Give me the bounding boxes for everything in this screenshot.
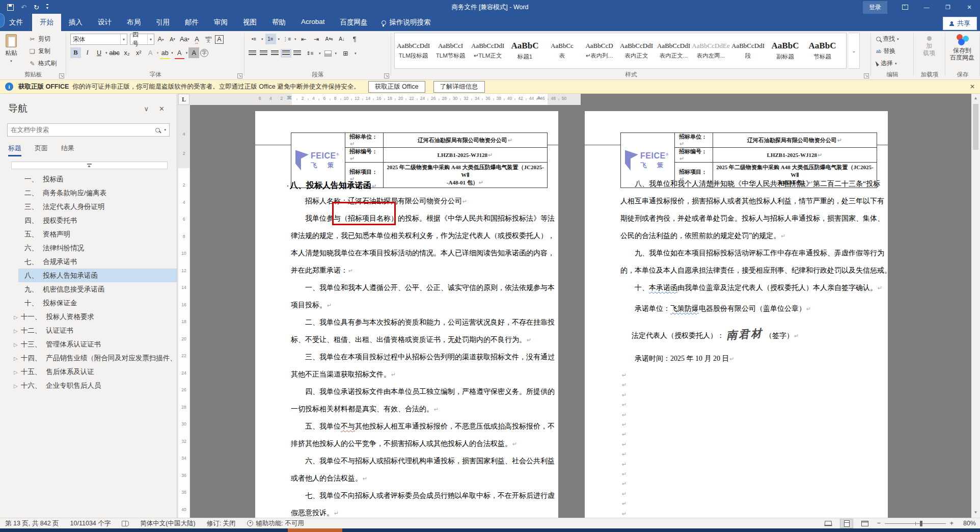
text-effects-button[interactable]: A: [145, 47, 156, 58]
tell-me-search[interactable]: 操作说明搜索: [375, 14, 437, 31]
nav-heading-item[interactable]: 二、商务条款响应/偏离表: [0, 186, 177, 200]
ribbon-display-options-button[interactable]: [894, 0, 916, 14]
nav-heading-item[interactable]: 九、机密信息接受承诺函: [0, 282, 177, 296]
tab-邮件[interactable]: 邮件: [177, 14, 206, 31]
styles-dialog-launcher[interactable]: ↘: [864, 73, 869, 78]
tab-插入[interactable]: 插入: [61, 14, 90, 31]
style-item[interactable]: AaBbCcITLM节标题: [432, 33, 469, 68]
expand-icon[interactable]: ▷: [14, 356, 18, 361]
style-item[interactable]: AaBbCcDdI表内正文...: [655, 33, 692, 68]
page-indicator[interactable]: 第 13 页, 共 842 页: [5, 519, 59, 528]
nav-tab-结果[interactable]: 结果: [61, 144, 74, 156]
font-color-button[interactable]: A: [174, 47, 185, 58]
tab-百度网盘[interactable]: 百度网盘: [333, 14, 375, 31]
hanging-indent-marker[interactable]: [287, 96, 292, 99]
search-icon[interactable]: [155, 128, 160, 132]
print-layout-button[interactable]: [840, 519, 853, 528]
zoom-thumb[interactable]: [920, 521, 922, 526]
search-input[interactable]: [11, 126, 151, 134]
cut-button[interactable]: ✂剪切: [26, 34, 59, 44]
font-name-combo[interactable]: 宋体▾: [70, 34, 127, 45]
nav-heading-item[interactable]: 五、资格声明: [0, 227, 177, 241]
styles-more-button[interactable]: ⌄: [849, 33, 860, 69]
tab-设计[interactable]: 设计: [90, 14, 119, 31]
paste-button[interactable]: 粘贴▾: [5, 34, 17, 63]
tab-file[interactable]: 文件: [0, 14, 32, 31]
underline-caret[interactable]: ▾: [105, 51, 107, 55]
nav-jump-bar[interactable]: [11, 162, 168, 169]
save-icon[interactable]: [7, 4, 14, 11]
grow-font-button[interactable]: A▴: [155, 34, 166, 45]
nav-heading-item[interactable]: ▷十五、售后体系及认证: [0, 365, 177, 379]
nav-heading-item[interactable]: ▷十二、认证证书: [0, 324, 177, 337]
nav-heading-item[interactable]: ▷十四、产品销售业绩（附合同及对应发票扫描件、...: [0, 351, 177, 365]
nav-heading-item[interactable]: 三、法定代表人身份证明: [0, 200, 177, 214]
nav-close-icon[interactable]: ✕: [154, 105, 170, 113]
tab-引用[interactable]: 引用: [148, 14, 177, 31]
paragraph-dialog-launcher[interactable]: ↘: [384, 73, 389, 78]
font-dialog-launcher[interactable]: ↘: [237, 73, 242, 78]
search-options-caret[interactable]: ▾: [164, 128, 166, 132]
expand-icon[interactable]: ▷: [14, 369, 18, 375]
zoom-percentage[interactable]: 80%: [959, 520, 976, 527]
minimize-button[interactable]: —: [916, 0, 937, 14]
accessibility-status[interactable]: 辅助功能: 不可用: [256, 519, 304, 528]
expand-icon[interactable]: ▷: [14, 328, 18, 334]
nav-heading-item[interactable]: 八、投标人告知承诺函: [18, 269, 177, 282]
track-changes-indicator[interactable]: 修订: 关闭: [207, 519, 236, 528]
clear-formatting-button[interactable]: A: [192, 34, 202, 45]
replace-button[interactable]: ab替换: [874, 46, 901, 57]
tab-stop-selector[interactable]: L: [178, 94, 189, 105]
language-indicator[interactable]: 简体中文(中国大陆): [140, 519, 195, 528]
show-hide-marks-button[interactable]: ¶: [349, 34, 360, 44]
style-item[interactable]: AaBbC标题1: [506, 33, 543, 68]
warning-close-icon[interactable]: ✕: [970, 83, 975, 90]
tab-视图[interactable]: 视图: [235, 14, 264, 31]
tab-帮助[interactable]: 帮助: [264, 14, 293, 31]
superscript-button[interactable]: x²: [133, 47, 144, 58]
nav-heading-item[interactable]: 十、投标保证金: [0, 296, 177, 310]
nav-collapse-icon[interactable]: ∨: [139, 105, 154, 113]
scroll-down-icon[interactable]: ▼: [974, 508, 978, 517]
share-button[interactable]: 共享: [943, 17, 977, 30]
scrollbar-thumb[interactable]: [973, 104, 978, 150]
strikethrough-button[interactable]: abc: [108, 47, 121, 58]
document-page-1[interactable]: FEICE® 飞 策 招标单位：↵ 辽河石油勘探局有限公司物资分公司↵ 招标编号…: [255, 111, 558, 518]
shrink-font-button[interactable]: A▾: [167, 34, 178, 45]
change-case-button[interactable]: Aa▾: [179, 34, 190, 45]
customize-qat-icon[interactable]: ▾: [46, 4, 48, 10]
character-shading-button[interactable]: A: [188, 47, 199, 58]
decrease-indent-button[interactable]: ⇤: [298, 34, 309, 44]
redo-button[interactable]: ↻: [34, 4, 39, 11]
subscript-button[interactable]: x₂: [122, 47, 132, 58]
style-item[interactable]: AaBbCcDdI段: [729, 33, 767, 68]
style-item[interactable]: AaBbC副标题: [767, 33, 804, 68]
highlight-color-button[interactable]: ab: [159, 47, 170, 58]
document-page-2[interactable]: FEICE® 飞 策 招标单位：↵ 辽河石油勘探局有限公司物资分公司↵ 招标编号…: [585, 111, 888, 518]
distribute-button[interactable]: [293, 50, 301, 56]
sort-button[interactable]: A↓: [337, 34, 347, 44]
nav-tab-页面[interactable]: 页面: [35, 144, 48, 156]
nav-heading-item[interactable]: ▷十一、投标人资格要求: [0, 310, 177, 324]
scroll-up-icon[interactable]: ▲: [974, 94, 978, 102]
tab-开始[interactable]: 开始: [32, 14, 61, 31]
numbering-button[interactable]: 1≡: [265, 34, 276, 44]
select-button[interactable]: 选择▾: [874, 58, 901, 69]
justify-button[interactable]: [282, 50, 290, 56]
style-item[interactable]: AaBbCcDdEe表内左两...: [692, 33, 729, 68]
shading-button[interactable]: [324, 50, 332, 57]
zoom-in-icon[interactable]: +: [950, 520, 954, 527]
expand-icon[interactable]: ▷: [14, 383, 18, 389]
close-button[interactable]: ✕: [959, 0, 980, 14]
tab-布局[interactable]: 布局: [119, 14, 148, 31]
expand-icon[interactable]: ▷: [14, 342, 18, 348]
tab-Acrobat[interactable]: Acrobat: [293, 14, 333, 31]
bullets-button[interactable]: •≡: [249, 34, 259, 44]
copy-button[interactable]: ❏复制: [26, 46, 59, 57]
style-item[interactable]: AaBbCcDdITLM段标题: [395, 33, 432, 68]
style-item[interactable]: AaBbCcDdI表内正文: [618, 33, 655, 68]
learn-more-button[interactable]: 了解详细信息: [433, 81, 485, 93]
nav-tab-标题[interactable]: 标题: [8, 144, 21, 156]
align-center-button[interactable]: [260, 50, 267, 56]
document-search-box[interactable]: ▾: [7, 123, 170, 137]
